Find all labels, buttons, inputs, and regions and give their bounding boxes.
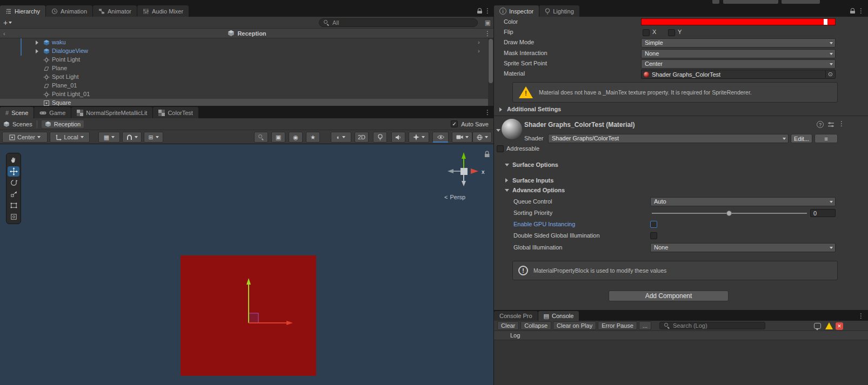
console-messages-icon[interactable] — [814, 323, 821, 329]
material-preview-sphere[interactable] — [502, 119, 522, 139]
gizmo-x-arrow[interactable] — [286, 321, 293, 325]
gizmo-center-cube[interactable] — [460, 168, 468, 175]
expand-arrow-icon[interactable] — [36, 40, 38, 45]
help-icon[interactable]: ? — [817, 121, 824, 128]
scene-audio-button[interactable] — [391, 132, 405, 143]
queue-control-dropdown[interactable]: Auto — [650, 197, 836, 206]
axis-down-arrow[interactable] — [462, 181, 466, 186]
console-search-input[interactable] — [673, 322, 760, 329]
color-field[interactable] — [641, 18, 836, 25]
gizmo-y-arrow[interactable] — [246, 278, 251, 285]
hierarchy-item-dialogueview[interactable]: DialogueView › — [0, 47, 488, 56]
scene-viewport[interactable]: x < Persp — [0, 144, 494, 385]
additional-settings-foldout[interactable]: Additional Settings — [507, 106, 561, 112]
tool-handle-rotation-dropdown[interactable]: Local — [50, 132, 90, 143]
view-tool-button[interactable] — [8, 155, 19, 165]
hierarchy-item-point-light[interactable]: Point Light — [0, 56, 488, 64]
gizmo-lock-icon[interactable] — [485, 151, 490, 157]
scene-header-menu-icon[interactable]: ⋮ — [484, 30, 491, 37]
grid-visibility-button[interactable]: ▦ — [98, 132, 120, 143]
inspector-menu-icon[interactable]: ⋮ — [858, 8, 864, 14]
scale-tool-button[interactable] — [8, 189, 19, 199]
material-foldout-arrow-icon[interactable] — [496, 129, 500, 132]
move-gizmo[interactable] — [232, 271, 303, 330]
global-illumination-dropdown[interactable]: None — [650, 243, 836, 252]
scene-globe-dropdown[interactable] — [472, 132, 492, 143]
hierarchy-item-square[interactable]: Square — [0, 99, 488, 106]
plane-handle[interactable] — [249, 313, 258, 323]
scene-effects-dropdown[interactable] — [409, 132, 429, 143]
console-log-column-header[interactable]: Log — [494, 331, 868, 340]
console-collapse-button[interactable]: Collapse — [520, 321, 551, 330]
scrollbar-thumb[interactable] — [489, 39, 493, 83]
tab-hierarchy[interactable]: Hierarchy — [0, 5, 45, 17]
lock-icon[interactable] — [477, 8, 482, 13]
tab-console-pro[interactable]: Console Pro — [494, 311, 538, 321]
scene-visibility-button[interactable] — [432, 132, 449, 143]
perspective-toggle[interactable]: < Persp — [444, 194, 465, 200]
expand-arrow-icon[interactable] — [36, 49, 38, 53]
foldout-arrow-icon[interactable] — [505, 164, 509, 166]
toolbar-partial-button[interactable] — [782, 0, 820, 4]
orientation-gizmo[interactable]: x — [440, 148, 494, 192]
tab-lighting[interactable]: Lighting — [539, 5, 579, 17]
hierarchy-item-spot-light[interactable]: Spot Light — [0, 73, 488, 82]
auto-save-toggle[interactable]: ✓ Auto Save — [451, 120, 491, 127]
foldout-arrow-icon[interactable] — [505, 178, 508, 183]
console-error-pause-button[interactable]: Error Pause — [598, 321, 637, 330]
object-picker-icon[interactable]: ⊙ — [825, 71, 833, 78]
tab-normalspritemetalliclit[interactable]: NormalSpriteMetallicLit — [71, 107, 152, 118]
addressable-checkbox[interactable] — [497, 145, 504, 152]
toggle-2d-button[interactable]: 2D — [355, 132, 369, 143]
hierarchy-search-input[interactable] — [332, 19, 473, 26]
add-component-button[interactable]: Add Component — [609, 291, 729, 301]
search-window-icon[interactable]: ▣ — [485, 19, 491, 26]
flip-y-checkbox[interactable] — [668, 29, 675, 36]
sorting-priority-slider-handle[interactable] — [726, 211, 732, 216]
console-more-button[interactable]: ... — [639, 321, 651, 330]
shader-dropdown[interactable]: Shader Graphs/ColorTest — [548, 134, 789, 143]
breadcrumb-scenes[interactable]: Scenes — [3, 121, 32, 127]
transform-tool-button[interactable] — [8, 212, 19, 222]
tab-animation[interactable]: Animation — [46, 5, 92, 17]
camera-view-dropdown[interactable] — [452, 132, 472, 143]
tab-console[interactable]: ▤ Console — [538, 311, 579, 321]
console-menu-icon[interactable]: ⋮ — [858, 313, 864, 319]
mask-interaction-dropdown[interactable]: None — [641, 49, 836, 58]
double-sided-gi-checkbox[interactable] — [650, 232, 657, 239]
axis-left-arrow[interactable] — [448, 169, 453, 173]
foldout-arrow-icon[interactable] — [499, 107, 502, 112]
tool-handle-position-dropdown[interactable]: Center — [2, 132, 48, 143]
scene-lighting-button[interactable] — [373, 132, 387, 143]
move-tool-button[interactable] — [8, 166, 19, 177]
shader-edit-button[interactable]: Edit... — [791, 134, 812, 143]
toolbar-partial-button[interactable] — [712, 0, 719, 4]
console-log-list[interactable] — [494, 340, 868, 385]
toolbar-partial-button[interactable] — [723, 0, 778, 4]
surface-options-foldout[interactable]: Surface Options — [512, 161, 558, 168]
gpu-instancing-checkbox[interactable] — [650, 221, 657, 228]
hierarchy-menu-icon[interactable]: ⋮ — [484, 8, 491, 14]
foldout-arrow-icon[interactable] — [505, 189, 509, 192]
tab-colortest[interactable]: ColorTest — [153, 107, 198, 118]
scene-panel-menu-icon[interactable]: ⋮ — [484, 109, 491, 116]
sprite-sort-point-dropdown[interactable]: Center — [641, 59, 836, 69]
axis-x-arrow[interactable] — [471, 168, 478, 174]
hierarchy-item-point-light-01[interactable]: Point Light_01 — [0, 90, 488, 99]
collapse-chevron-icon[interactable]: ‹ — [3, 30, 5, 37]
sorting-priority-field[interactable]: 0 — [810, 209, 836, 217]
hierarchy-scrollbar[interactable] — [488, 38, 493, 106]
inspector-lock-icon[interactable] — [850, 8, 855, 13]
scene-asset-header[interactable]: ‹ Reception ⋮ — [0, 29, 494, 38]
material-object-field[interactable]: Shader Graphs_ColorTest ⊙ — [641, 70, 836, 79]
prefab-open-chevron-icon[interactable]: › — [478, 48, 480, 54]
draw-mode-dropdown[interactable]: Simple — [641, 38, 836, 48]
hierarchy-item-plane-01[interactable]: Plane_01 — [0, 82, 488, 90]
rotate-tool-button[interactable] — [8, 178, 19, 188]
tab-audio-mixer[interactable]: Audio Mixer — [137, 5, 189, 17]
console-clear-on-play-button[interactable]: Clear on Play — [553, 321, 596, 330]
auto-save-checkbox[interactable]: ✓ — [451, 120, 458, 127]
material-menu-icon[interactable]: ⋮ — [838, 120, 845, 127]
scene-camera-button[interactable]: ◉ — [289, 132, 303, 143]
flip-x-checkbox[interactable] — [643, 29, 650, 36]
